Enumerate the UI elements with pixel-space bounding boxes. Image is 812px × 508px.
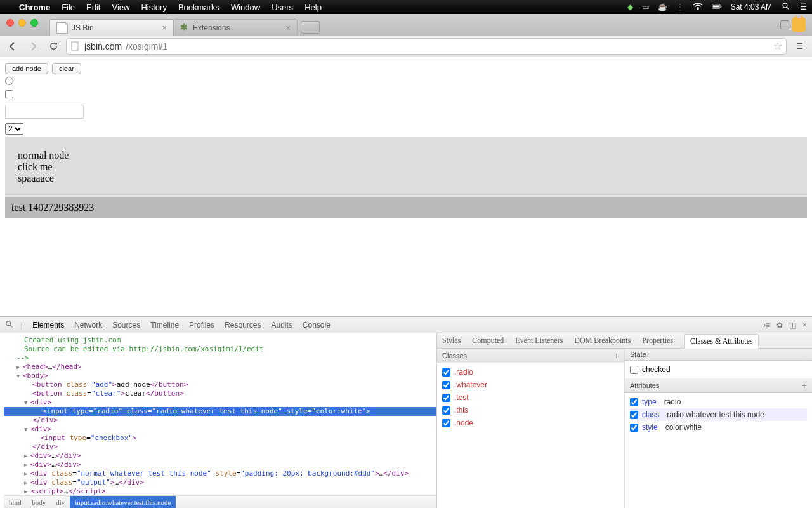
devtools-tab-profiles[interactable]: Profiles [189, 321, 214, 330]
devtools-close-icon[interactable]: × [802, 321, 807, 330]
dom-node[interactable]: <div>…</div> [4, 460, 436, 469]
side-tab-styles[interactable]: Styles [442, 336, 461, 345]
fullscreen-icon[interactable] [780, 20, 789, 29]
side-tab-computed[interactable]: Computed [472, 336, 504, 345]
dom-node[interactable]: </div> [4, 416, 436, 425]
side-tab-classes-attributes[interactable]: Classes & Attributes [684, 334, 759, 349]
add-attr-icon[interactable]: + [802, 380, 807, 391]
devtools-tab-audits[interactable]: Audits [271, 321, 292, 330]
breadcrumb-item[interactable]: body [27, 498, 51, 506]
tray-wifi-icon[interactable] [693, 3, 703, 12]
tab-close-icon[interactable]: × [162, 23, 167, 32]
tray-menu-icon[interactable]: ☰ [800, 3, 807, 11]
url-bar[interactable]: jsbin.com/xosigimi/1 ☆ [66, 38, 787, 55]
tray-terminal-icon[interactable]: ▭ [642, 3, 649, 11]
side-tab-dom-breakpoints[interactable]: DOM Breakpoints [574, 336, 631, 345]
dom-node[interactable]: <div>…</div> [4, 451, 436, 460]
breadcrumb-item[interactable]: html [4, 498, 27, 506]
menu-window[interactable]: Window [231, 3, 260, 12]
menu-edit[interactable]: Edit [86, 3, 100, 12]
class-name[interactable]: .test [454, 393, 469, 402]
devtools-tab-network[interactable]: Network [74, 321, 102, 330]
menu-bookmarks[interactable]: Bookmarks [178, 3, 219, 12]
new-tab-button[interactable] [301, 21, 320, 34]
minimize-window-icon[interactable] [18, 19, 26, 27]
dom-node[interactable]: <script>…</script> [4, 487, 436, 495]
class-checkbox[interactable] [442, 406, 450, 415]
reload-button[interactable] [46, 39, 61, 54]
devtools-tab-timeline[interactable]: Timeline [150, 321, 179, 330]
class-checkbox[interactable] [442, 368, 450, 377]
dom-node[interactable]: <div> [4, 398, 436, 407]
dom-node[interactable]: <input type="checkbox"> [4, 434, 436, 443]
tab-extensions[interactable]: ✱ Extensions × [173, 19, 298, 36]
class-name[interactable]: .node [454, 418, 473, 427]
forward-button[interactable] [25, 39, 41, 54]
devtools-tab-console[interactable]: Console [303, 321, 331, 330]
class-name[interactable]: .whatever [454, 380, 487, 389]
clear-button[interactable]: clear [52, 63, 81, 74]
dom-node[interactable]: <div class="normal whatever test this no… [4, 469, 436, 478]
attr-name[interactable]: style [642, 423, 658, 432]
elements-panel[interactable]: Created using jsbin.com Source can be ed… [0, 333, 436, 508]
menu-help[interactable]: Help [304, 3, 322, 12]
side-tab-properties[interactable]: Properties [642, 336, 673, 345]
tray-cup-icon[interactable]: ☕ [658, 3, 667, 11]
tab-close-icon[interactable]: × [285, 23, 291, 32]
add-node-button[interactable]: add node [5, 63, 48, 74]
dom-node[interactable]: <button class="clear">clear</button> [4, 389, 436, 398]
dom-node[interactable]: <div> [4, 425, 436, 434]
tray-battery-icon[interactable] [712, 3, 722, 12]
attr-name[interactable]: type [642, 398, 657, 406]
attr-checkbox[interactable] [630, 411, 638, 419]
tray-spotlight-icon[interactable] [781, 3, 791, 12]
class-name[interactable]: .radio [454, 368, 473, 377]
devtools-tab-elements[interactable]: Elements [32, 321, 64, 330]
menu-file[interactable]: File [62, 3, 75, 12]
cat-extension-icon[interactable] [792, 18, 806, 32]
dom-node-selected[interactable]: <input type="radio" class="radio whateve… [4, 407, 436, 416]
devtools-tab-sources[interactable]: Sources [112, 321, 140, 330]
devtools-tab-resources[interactable]: Resources [225, 321, 261, 330]
close-window-icon[interactable] [6, 19, 14, 27]
menubar-app[interactable]: Chrome [19, 3, 50, 12]
dom-node[interactable]: <button class="add">add node</button> [4, 380, 436, 389]
class-checkbox[interactable] [442, 381, 450, 389]
add-class-icon[interactable]: + [614, 351, 619, 361]
text-input[interactable] [5, 105, 84, 119]
select-input[interactable]: 2 [5, 123, 23, 135]
breadcrumb-item[interactable]: div [51, 498, 70, 506]
class-name[interactable]: .this [454, 406, 468, 415]
dom-node[interactable]: </div> [4, 443, 436, 451]
attr-checkbox[interactable] [630, 424, 638, 432]
tab-jsbin[interactable]: JS Bin × [49, 19, 174, 36]
attr-value[interactable]: radio whatever test this node [667, 410, 764, 419]
radio-input[interactable] [5, 77, 13, 85]
menu-history[interactable]: History [141, 3, 166, 12]
zoom-window-icon[interactable] [30, 19, 38, 27]
attr-checkbox[interactable] [630, 398, 638, 406]
dom-node-head[interactable]: <head>…</head> [4, 363, 436, 371]
checkbox-input[interactable] [5, 90, 13, 98]
chrome-menu-button[interactable]: ☰ [792, 39, 807, 54]
dom-node-body[interactable]: <body> [4, 371, 436, 380]
devtools-settings-icon[interactable]: ✿ [776, 321, 783, 330]
back-button[interactable] [5, 39, 20, 54]
inspect-icon[interactable] [5, 320, 15, 330]
class-checkbox[interactable] [442, 419, 450, 427]
tray-cube-icon[interactable]: ◆ [627, 3, 633, 11]
elements-breadcrumb[interactable]: html body div input.radio.whatever.test.… [4, 495, 436, 508]
attr-value[interactable]: color:white [665, 423, 702, 432]
bookmark-star-icon[interactable]: ☆ [773, 40, 782, 52]
dom-node[interactable]: <div class="output">…</div> [4, 478, 436, 487]
menu-users[interactable]: Users [272, 3, 293, 12]
breadcrumb-item-selected[interactable]: input.radio.whatever.test.this.node [70, 496, 176, 508]
devtools-drawer-icon[interactable]: ›≡ [763, 321, 770, 330]
devtools-dock-icon[interactable]: ◫ [789, 321, 796, 330]
menu-view[interactable]: View [112, 3, 129, 12]
tray-clock[interactable]: Sat 4:03 AM [731, 3, 772, 11]
attr-value[interactable]: radio [664, 398, 681, 406]
normal-line2[interactable]: click me [18, 161, 794, 173]
side-tab-event-listeners[interactable]: Event Listeners [515, 336, 563, 345]
state-checkbox[interactable] [630, 366, 638, 374]
